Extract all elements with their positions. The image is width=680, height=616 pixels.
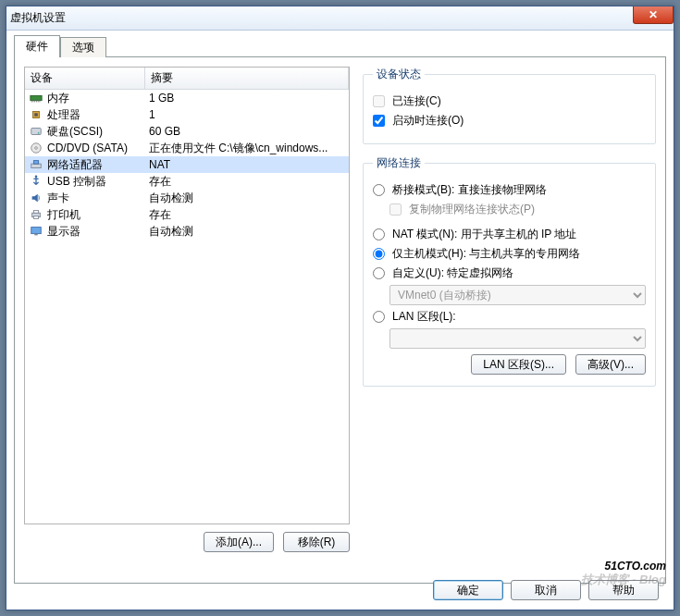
device-name: CD/DVD (SATA) xyxy=(47,142,128,154)
cpu-icon xyxy=(29,108,43,121)
connected-checkbox xyxy=(373,95,385,107)
svg-rect-18 xyxy=(33,216,38,219)
svg-rect-6 xyxy=(40,101,41,103)
cd-icon xyxy=(29,142,43,154)
device-summary: 自动检测 xyxy=(145,191,349,206)
svg-rect-4 xyxy=(36,101,37,103)
table-row[interactable]: 硬盘(SCSI)60 GB xyxy=(25,123,349,140)
lanseg-select xyxy=(389,328,646,349)
svg-rect-20 xyxy=(34,234,38,236)
connect-at-poweron-label: 启动时连接(O) xyxy=(392,113,464,129)
usb-icon xyxy=(29,175,43,188)
dialog-footer: 确定 取消 帮助 xyxy=(433,580,659,600)
close-button[interactable]: ✕ xyxy=(633,6,674,24)
table-row[interactable]: 内存1 GB xyxy=(25,90,349,106)
device-summary: 60 GB xyxy=(145,125,349,138)
device-name: 硬盘(SCSI) xyxy=(47,124,103,140)
device-summary: 存在 xyxy=(145,174,349,190)
device-summary: 1 xyxy=(145,108,349,121)
device-table: 设备 摘要 内存1 GB处理器1硬盘(SCSI)60 GBCD/DVD (SAT… xyxy=(24,67,350,524)
device-name: 内存 xyxy=(47,91,69,106)
tabs: 硬件 选项 xyxy=(14,36,674,56)
table-row[interactable]: 显示器自动检测 xyxy=(25,223,349,240)
add-button[interactable]: 添加(A)... xyxy=(204,532,274,552)
device-name: 网络适配器 xyxy=(47,157,103,173)
tab-options[interactable]: 选项 xyxy=(60,37,106,57)
table-row[interactable]: 网络适配器NAT xyxy=(25,156,349,173)
network-connection-group: 网络连接 桥接模式(B): 直接连接物理网络 复制物理网络连接状态(P) NAT… xyxy=(363,155,656,387)
device-summary: 存在 xyxy=(145,207,349,223)
connected-label: 已连接(C) xyxy=(392,93,441,109)
device-status-legend: 设备状态 xyxy=(373,67,425,82)
svg-rect-13 xyxy=(31,164,42,167)
custom-label: 自定义(U): 特定虚拟网络 xyxy=(392,265,513,281)
titlebar: 虚拟机设置 ✕ xyxy=(6,6,674,31)
device-summary: NAT xyxy=(145,158,349,171)
device-name: 声卡 xyxy=(47,191,69,206)
device-status-group: 设备状态 已连接(C) 启动时连接(O) xyxy=(363,67,656,144)
device-summary: 自动检测 xyxy=(145,224,349,240)
help-button[interactable]: 帮助 xyxy=(588,580,659,600)
display-icon xyxy=(29,225,43,238)
svg-rect-0 xyxy=(31,95,42,100)
svg-rect-5 xyxy=(38,101,39,103)
hostonly-label: 仅主机模式(H): 与主机共享的专用网络 xyxy=(392,246,580,262)
hostonly-radio[interactable] xyxy=(373,248,385,260)
col-device[interactable]: 设备 xyxy=(25,68,145,89)
svg-rect-19 xyxy=(31,228,42,234)
replicate-label: 复制物理网络连接状态(P) xyxy=(409,202,535,217)
table-row[interactable]: CD/DVD (SATA)正在使用文件 C:\镜像\cn_windows... xyxy=(25,140,349,156)
table-row[interactable]: USB 控制器存在 xyxy=(25,173,349,190)
svg-rect-1 xyxy=(31,101,32,103)
svg-rect-8 xyxy=(34,113,38,117)
remove-button[interactable]: 移除(R) xyxy=(283,532,350,552)
vmnet-select: VMnet0 (自动桥接) xyxy=(389,285,646,305)
device-name: 打印机 xyxy=(47,207,80,223)
printer-icon xyxy=(29,208,43,221)
svg-point-10 xyxy=(38,132,40,134)
connect-at-poweron-checkbox[interactable] xyxy=(373,115,385,127)
svg-rect-3 xyxy=(34,101,35,103)
bridged-radio[interactable] xyxy=(373,184,385,196)
custom-radio[interactable] xyxy=(373,267,385,279)
cancel-button[interactable]: 取消 xyxy=(511,580,581,600)
svg-rect-14 xyxy=(33,161,38,165)
memory-icon xyxy=(29,92,43,105)
network-legend: 网络连接 xyxy=(373,155,425,171)
table-row[interactable]: 打印机存在 xyxy=(25,206,349,223)
ok-button[interactable]: 确定 xyxy=(433,580,503,600)
sound-icon xyxy=(29,191,43,204)
tab-hardware[interactable]: 硬件 xyxy=(14,35,60,57)
lanseg-label: LAN 区段(L): xyxy=(392,309,456,325)
lanseg-radio[interactable] xyxy=(373,311,385,323)
advanced-button[interactable]: 高级(V)... xyxy=(575,354,646,375)
table-row[interactable]: 声卡自动检测 xyxy=(25,190,349,206)
svg-point-12 xyxy=(35,147,38,150)
nat-label: NAT 模式(N): 用于共享主机的 IP 地址 xyxy=(392,227,576,242)
svg-point-15 xyxy=(35,175,38,178)
disk-icon xyxy=(29,125,43,138)
replicate-checkbox xyxy=(389,203,402,216)
bridged-label: 桥接模式(B): 直接连接物理网络 xyxy=(392,182,547,198)
net-icon xyxy=(29,158,43,171)
device-name: USB 控制器 xyxy=(47,174,106,190)
svg-rect-9 xyxy=(31,129,42,135)
device-name: 显示器 xyxy=(47,224,80,240)
nat-radio[interactable] xyxy=(373,228,385,240)
window-title: 虚拟机设置 xyxy=(10,10,66,26)
col-summary[interactable]: 摘要 xyxy=(145,68,349,89)
device-summary: 1 GB xyxy=(145,92,349,105)
device-name: 处理器 xyxy=(47,107,80,123)
device-summary: 正在使用文件 C:\镜像\cn_windows... xyxy=(145,141,349,156)
lan-segments-button[interactable]: LAN 区段(S)... xyxy=(471,354,566,375)
table-row[interactable]: 处理器1 xyxy=(25,106,349,123)
svg-rect-17 xyxy=(33,211,38,214)
svg-rect-2 xyxy=(33,101,34,103)
tab-panel: 设备 摘要 内存1 GB处理器1硬盘(SCSI)60 GBCD/DVD (SAT… xyxy=(14,56,666,584)
